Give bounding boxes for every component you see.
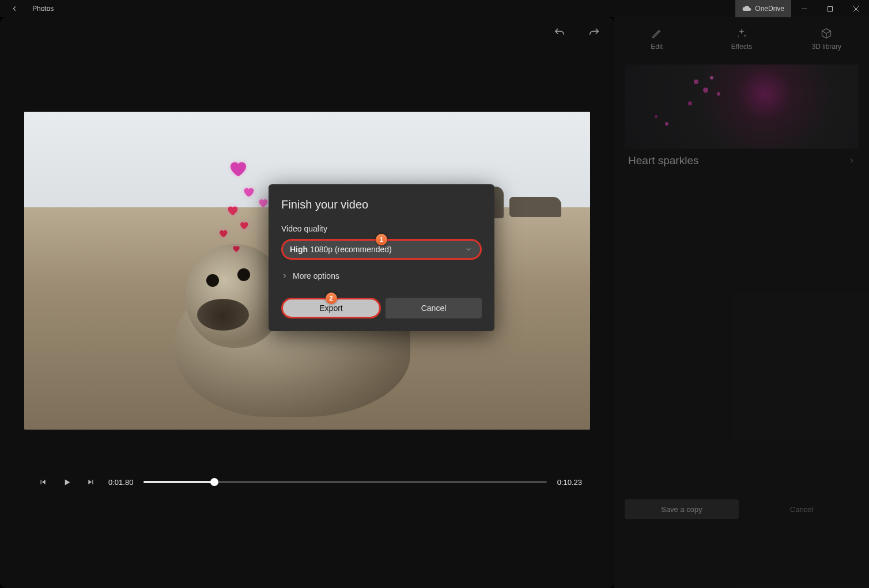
quality-dropdown[interactable]: 1 High 1080p (recommended) <box>281 239 482 260</box>
tab-3d-label: 3D library <box>812 43 841 51</box>
side-panel: Edit Effects 3D library Heart sparkles S… <box>614 17 869 588</box>
heart-icon <box>218 228 228 238</box>
chevron-right-icon <box>281 272 288 279</box>
tab-effects[interactable]: Effects <box>699 21 784 56</box>
dialog-title: Finish your video <box>281 198 482 211</box>
heart-icon <box>227 158 248 179</box>
cube-icon <box>821 28 832 39</box>
chevron-down-icon <box>465 246 472 253</box>
quality-value-rest: 1080p (recommended) <box>310 245 392 254</box>
heart-icon <box>239 220 249 230</box>
tab-effects-label: Effects <box>731 43 752 51</box>
maximize-button[interactable] <box>817 0 843 17</box>
seal-eye <box>206 274 219 287</box>
dialog-buttons: 2 Export Cancel <box>281 298 482 318</box>
panel-tabs: Edit Effects 3D library <box>614 21 869 56</box>
sparkle-icon <box>736 28 747 39</box>
annotation-badge-1: 1 <box>376 234 387 245</box>
seal-muzzle <box>197 299 249 331</box>
heart-icon <box>242 185 255 198</box>
heart-icon <box>257 197 269 208</box>
back-button[interactable] <box>0 0 29 17</box>
minimize-button[interactable] <box>791 0 817 17</box>
titlebar: Photos OneDrive <box>0 0 869 17</box>
redo-button[interactable] <box>585 24 603 41</box>
current-time: 0:01.80 <box>108 478 133 487</box>
undo-redo-group <box>551 24 603 41</box>
save-copy-button[interactable]: Save a copy <box>625 499 739 519</box>
prev-frame-button[interactable] <box>36 475 50 489</box>
total-time: 0:10.23 <box>557 478 582 487</box>
export-button[interactable]: 2 Export <box>281 298 381 318</box>
undo-button[interactable] <box>551 24 568 41</box>
scrubber-handle[interactable] <box>210 478 218 486</box>
cancel-label: Cancel <box>421 304 447 313</box>
finish-video-dialog: Finish your video Video quality 1 High 1… <box>269 184 494 331</box>
save-copy-label: Save a copy <box>661 505 702 514</box>
app-title: Photos <box>29 5 54 13</box>
scrubber-progress <box>143 481 216 483</box>
heart-icon <box>226 204 239 217</box>
tab-edit-label: Edit <box>651 43 663 51</box>
window-controls <box>791 0 869 17</box>
more-options-toggle[interactable]: More options <box>281 271 482 280</box>
scrubber[interactable] <box>143 481 546 483</box>
annotation-badge-2: 2 <box>326 293 337 304</box>
cloud-icon <box>742 5 751 12</box>
play-button[interactable] <box>60 475 74 489</box>
effect-thumbnail[interactable] <box>625 65 859 149</box>
next-frame-button[interactable] <box>84 475 98 489</box>
panel-footer: Save a copy Cancel <box>625 499 859 519</box>
cancel-button[interactable]: Cancel <box>386 298 482 318</box>
tab-edit[interactable]: Edit <box>614 21 699 56</box>
close-button[interactable] <box>843 0 869 17</box>
quality-label: Video quality <box>281 224 482 233</box>
heart-icon <box>232 244 240 253</box>
svg-rect-1 <box>828 6 833 11</box>
player-bar: 0:01.80 0:10.23 <box>28 464 590 500</box>
pencil-icon <box>651 28 663 39</box>
effect-row[interactable]: Heart sparkles <box>628 154 855 167</box>
chevron-right-icon <box>848 157 855 164</box>
more-options-label: More options <box>293 271 339 280</box>
quality-value-bold: High <box>290 245 308 254</box>
panel-cancel-button[interactable]: Cancel <box>745 499 859 519</box>
onedrive-indicator[interactable]: OneDrive <box>735 0 791 17</box>
export-label: Export <box>319 304 342 313</box>
panel-cancel-label: Cancel <box>790 505 813 514</box>
effect-name: Heart sparkles <box>628 154 699 167</box>
onedrive-label: OneDrive <box>755 5 784 13</box>
tab-3d-library[interactable]: 3D library <box>784 21 869 56</box>
seal-eye <box>237 268 250 281</box>
